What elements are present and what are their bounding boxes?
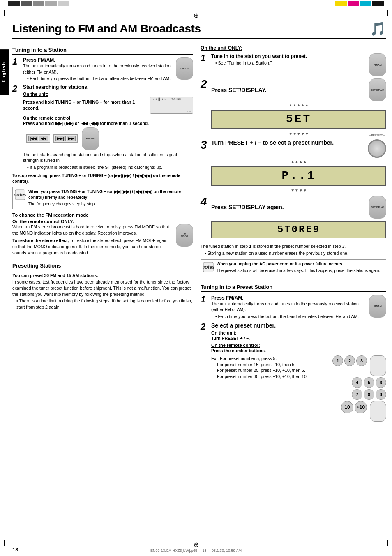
- preset-step-1-title: Press FM/AM.: [211, 295, 244, 301]
- notes-power-icon: notes: [203, 261, 214, 276]
- svg-text:notes: notes: [203, 264, 214, 270]
- color-block-magenta: [348, 1, 359, 6]
- btn-10: 10: [341, 401, 353, 413]
- btn-2: 2: [344, 355, 355, 366]
- color-block-black2: [372, 1, 384, 6]
- notes-power-title: When you unplug the AC power cord or if …: [217, 261, 380, 267]
- fm-mode-section: To change the FM reception mode On the r…: [12, 212, 193, 256]
- preset-dial-icon: [368, 139, 386, 158]
- lcd-area-step2: ▲▲▲▲▲ 5ET ▼▼▼▼▼: [211, 103, 386, 136]
- step-2-bullet1: • If a program is broadcast in stereo, t…: [27, 164, 193, 171]
- preset-count: You can preset 30 FM and 15 AM stations.: [12, 273, 193, 278]
- main-content: Listening to FM and AM Broadcasts 🎵 Tuni…: [12, 23, 386, 544]
- fmam-remote-preset: [369, 295, 386, 318]
- footer-info: EN09-13.CA-HXZ3[UW].p65 13 03.1.30, 10:5…: [150, 549, 242, 553]
- number-buttons-grid: 1 2 3 4 5 6 7: [332, 355, 386, 422]
- remote-num-icon2: [370, 401, 386, 422]
- step-2-searching: 2 Start searching for stations. On the u…: [12, 84, 193, 171]
- fm-mode-sub: On the remote control ONLY:: [12, 219, 193, 224]
- preset-step-2-content: Select a preset number. On the unit: Tur…: [211, 322, 386, 422]
- preset-step-1: 1 Press FM/AM. The unit automatically tu…: [201, 295, 386, 320]
- fm-mode-remote-icon: [176, 224, 193, 247]
- right-step-1: 1 Tune in to the station you want to pre…: [201, 53, 386, 76]
- step-2-title: Start searching for stations.: [23, 84, 88, 90]
- page-number: 13: [12, 547, 18, 553]
- step-1-press-fmam: 1 Press FM/AM. The unit automatically tu…: [12, 57, 193, 82]
- preset-step-1-content: Press FM/AM. The unit automatically turn…: [211, 295, 386, 320]
- right-step-1-content: Tune in to the station you want to prese…: [211, 53, 386, 76]
- on-unit-only-header: On the unit ONLY:: [201, 45, 386, 51]
- right-step-3-content: Turn PRESET + / – to select a preset num…: [211, 139, 386, 194]
- btn-row-1: 1 2 3: [332, 355, 386, 376]
- preset-remote-instruction: Press the number buttons.: [211, 348, 386, 354]
- right-step-3-title: Turn PRESET + / – to select a preset num…: [211, 139, 334, 146]
- btn-back-icon: |◀◀: [28, 136, 38, 141]
- svg-text:notes: notes: [14, 192, 26, 198]
- color-blocks-right: [335, 1, 384, 6]
- btn-back2-icon: ◀◀: [39, 136, 48, 141]
- preset-step-2: 2 Select a preset number. On the unit: T…: [201, 322, 386, 422]
- preset-step-2-title: Select a preset number.: [211, 322, 276, 329]
- title-area: Listening to FM and AM Broadcasts 🎵: [12, 23, 386, 39]
- step-2-unit-instruction: Press and hold TUNING + or TUNING – for …: [23, 99, 147, 111]
- btn-7: 7: [352, 389, 362, 400]
- step-2-sub2: On the remote control:: [23, 115, 193, 120]
- btn-fwd-icon: ▶▶|: [55, 136, 65, 141]
- btn-fwd2-icon: ▶▶: [67, 136, 76, 141]
- right-step-1-num: 1: [201, 53, 210, 62]
- top-color-bar: [0, 0, 392, 7]
- remote-num-icon: [370, 355, 386, 376]
- right-step-1-title: Tune in to the station you want to prese…: [211, 53, 307, 59]
- step-2-search-text: The unit starts searching for stations a…: [23, 152, 193, 164]
- preset-bullet1: • There is a time limit in doing the fol…: [16, 298, 193, 310]
- btn-6: 6: [376, 377, 386, 388]
- btn-row-2: 4 5 6: [352, 377, 386, 388]
- crosshair-top: ⊕: [194, 12, 199, 19]
- set-display2-remote-icon: [369, 196, 386, 219]
- color-block-cyan: [360, 1, 371, 6]
- content-columns: Tuning in to a Station 1 Press FM/AM. Th…: [12, 44, 386, 424]
- preset-step-1-bullet: • Each time you press the button, the ba…: [215, 314, 366, 320]
- left-column: Tuning in to a Station 1 Press FM/AM. Th…: [12, 44, 193, 424]
- notes-title: When you press TUNING + or TUNING – (or …: [28, 189, 191, 201]
- btn-5: 5: [364, 377, 374, 388]
- right-step-3: 3 Turn PRESET + / – to select a preset n…: [201, 139, 386, 194]
- step-2-content: Start searching for stations. On the uni…: [23, 84, 193, 171]
- notes-box-tuning: notes When you press TUNING + or TUNING …: [12, 187, 193, 209]
- right-step-2-num: 2: [201, 78, 210, 90]
- ex2: For preset number 15, press +10, then 5.: [217, 362, 329, 368]
- step-1-text: The unit automatically turns on and tune…: [23, 63, 173, 75]
- color-block-dark: [8, 1, 20, 6]
- color-block-gray4: [58, 1, 69, 6]
- right-column: On the unit ONLY: 1 Tune in to the stati…: [201, 44, 386, 424]
- english-tab: English: [0, 49, 9, 95]
- crop-mark-tr: [381, 10, 388, 16]
- btn-4: 4: [352, 377, 362, 388]
- lcd-stored: 5T0RE9: [211, 221, 386, 238]
- ex3: For preset number 25, press +10, +10, th…: [217, 367, 329, 374]
- notes-power-content: When you unplug the AC power cord or if …: [217, 261, 380, 274]
- after-step4-text: The tuned station in step 1 is stored in…: [201, 243, 386, 249]
- page-title: Listening to FM and AM Broadcasts: [12, 23, 201, 35]
- preset-step-1-num: 1: [201, 295, 210, 304]
- transport-back: |◀◀ ◀◀: [26, 134, 50, 143]
- fmam-remote-icon: [176, 57, 193, 80]
- notes-text: The frequency changes step by step.: [28, 201, 191, 207]
- unit-tuning-diagram: ◄◄ ▐▌ ►► – TUNING + · · · · · · · · · · …: [150, 97, 193, 114]
- ex4: For preset number 30, press +10, +10, th…: [217, 374, 329, 380]
- right-step-2-content: Press SET/DISPLAY. ▲▲▲▲▲ 5ET ▼▼▼▼▼: [211, 78, 386, 137]
- preset-step-2-sub2: On the remote control:: [211, 343, 386, 348]
- right-step-1-bullet: • See "Tuning in to a Station.": [215, 60, 307, 66]
- right-step-2: 2 Press SET/DISPLAY. ▲▲▲▲▲ 5ET ▼▼▼▼▼: [201, 78, 386, 137]
- crop-mark-tl: [4, 10, 11, 16]
- fm-mode-text2: To restore the stereo effect, To restore…: [12, 238, 173, 256]
- preset-text1: In some cases, test frequencies have bee…: [12, 279, 193, 297]
- btn-3: 3: [356, 355, 367, 366]
- right-step-2-title: Press SET/DISPLAY.: [211, 87, 267, 93]
- fmam-remote-right: [369, 53, 386, 76]
- preset-step-2-sub1: On the unit:: [211, 330, 386, 335]
- fm-mode-header: To change the FM reception mode: [12, 212, 193, 217]
- right-step-4-title: Press SET/DISPLAY again.: [211, 204, 284, 210]
- section-presetting: Presetting Stations: [12, 263, 193, 270]
- crosshair-bottom: ⊕: [194, 541, 199, 549]
